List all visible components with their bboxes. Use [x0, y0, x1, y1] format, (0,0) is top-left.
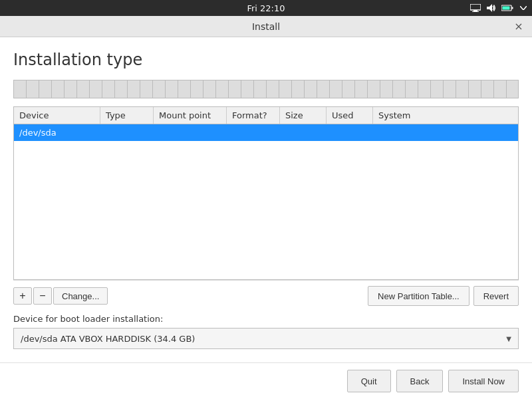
disk-bar: [13, 80, 519, 98]
col-size: Size: [280, 107, 327, 124]
table-body: /dev/sda: [14, 124, 518, 279]
volume-icon: [485, 3, 497, 13]
toolbar-right: New Partition Table... Revert: [368, 286, 519, 306]
content-area: Installation type Device Type Mount poin…: [0, 37, 532, 362]
close-button[interactable]: ×: [512, 20, 525, 33]
svg-rect-0: [470, 4, 481, 10]
add-partition-button[interactable]: +: [13, 287, 32, 305]
boot-loader-section: Device for boot loader installation: /de…: [13, 311, 519, 356]
toolbar-left: + − Change...: [13, 287, 108, 305]
partition-toolbar: + − Change... New Partition Table... Rev…: [13, 280, 519, 311]
boot-loader-label: Device for boot loader installation:: [13, 314, 519, 324]
col-system: System: [373, 107, 518, 124]
svg-rect-2: [472, 11, 479, 12]
chevron-down-icon[interactable]: [517, 3, 529, 13]
quit-button[interactable]: Quit: [347, 370, 391, 392]
disk-bar-ticks: [14, 80, 518, 98]
system-time: Fri 22:10: [247, 3, 285, 13]
svg-rect-1: [473, 10, 477, 11]
page-title: Installation type: [13, 51, 519, 69]
svg-rect-5: [512, 7, 513, 9]
title-bar: Install ×: [0, 16, 532, 37]
cell-format: [227, 124, 280, 141]
action-bar: Quit Back Install Now: [0, 362, 532, 399]
cell-device: /dev/sda: [14, 124, 100, 141]
cell-size: [280, 124, 327, 141]
boot-loader-dropdown[interactable]: /dev/sda ATA VBOX HARDDISK (34.4 GB) ▼: [13, 328, 519, 349]
cell-used: [327, 124, 373, 141]
svg-marker-3: [487, 4, 492, 12]
cell-type: [100, 124, 154, 141]
cell-mount: [154, 124, 227, 141]
install-now-button[interactable]: Install Now: [448, 370, 519, 392]
back-button[interactable]: Back: [396, 370, 444, 392]
remove-partition-button[interactable]: −: [33, 287, 52, 305]
system-topbar: Fri 22:10: [0, 0, 532, 16]
window-title: Install: [252, 21, 280, 32]
cell-system: [373, 124, 518, 141]
install-window: Install × Installation type Device Type …: [0, 16, 532, 399]
svg-rect-6: [503, 7, 510, 10]
monitor-icon: [469, 3, 481, 13]
table-row[interactable]: /dev/sda: [14, 124, 518, 141]
boot-loader-selected: /dev/sda ATA VBOX HARDDISK (34.4 GB): [21, 334, 195, 344]
partition-table: Device Type Mount point Format? Size Use…: [13, 106, 519, 280]
col-format: Format?: [227, 107, 280, 124]
col-mount: Mount point: [154, 107, 227, 124]
table-header: Device Type Mount point Format? Size Use…: [14, 107, 518, 124]
change-partition-button[interactable]: Change...: [53, 287, 108, 305]
chevron-down-icon: ▼: [506, 335, 511, 342]
system-icons: [469, 3, 529, 13]
new-partition-table-button[interactable]: New Partition Table...: [368, 286, 469, 306]
battery-icon: [501, 3, 513, 13]
col-type: Type: [100, 107, 154, 124]
col-device: Device: [14, 107, 100, 124]
revert-button[interactable]: Revert: [473, 286, 519, 306]
col-used: Used: [327, 107, 373, 124]
